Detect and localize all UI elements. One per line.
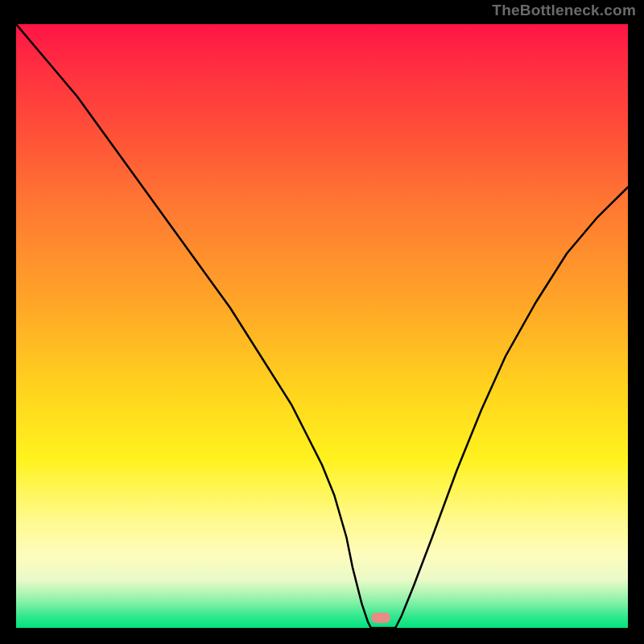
min-marker	[371, 613, 390, 623]
curve-path	[16, 24, 628, 628]
watermark-label: TheBottleneck.com	[492, 2, 636, 19]
plot-area	[16, 24, 628, 628]
chart-frame: TheBottleneck.com	[0, 0, 644, 644]
bottleneck-curve	[16, 24, 628, 628]
